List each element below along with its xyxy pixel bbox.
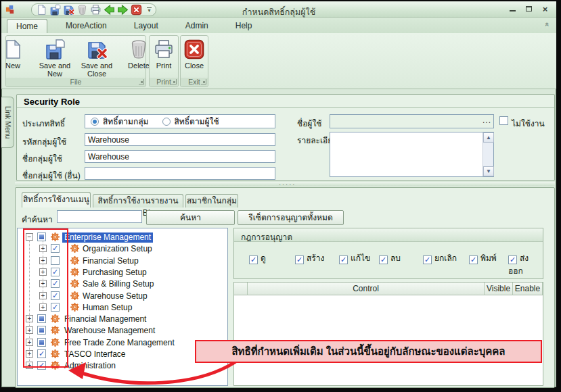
grid-indicator-column[interactable] [234, 283, 248, 295]
expand-icon[interactable]: + [26, 315, 33, 322]
tree-item-label[interactable]: Financial Management [62, 314, 148, 324]
delete-icon[interactable] [76, 4, 88, 16]
reset-permissions-button[interactable]: รีเซ็ตการอนุญาตทั้งหมด [238, 210, 344, 225]
tree-item-label[interactable]: Free Trade Zone Management [62, 338, 177, 348]
group-code-input[interactable] [85, 133, 275, 146]
grid-column-control[interactable]: Control [248, 283, 485, 295]
permission-checkbox-2[interactable] [295, 255, 304, 264]
detail-textarea[interactable]: ▲ ▼ [330, 132, 494, 177]
scroll-up-icon[interactable]: ▲ [483, 132, 494, 143]
minimize-button[interactable] [508, 5, 517, 14]
browse-ellipsis-button[interactable]: ... [483, 116, 491, 125]
print-icon[interactable] [90, 4, 102, 16]
collapse-ribbon-icon[interactable]: « [543, 22, 552, 26]
group-name-input[interactable] [85, 150, 275, 163]
radio-[interactable] [91, 118, 99, 126]
tree-row-purchasing-setup[interactable]: +Purchasing Setup [18, 267, 227, 278]
permission-checkbox-1[interactable] [249, 255, 258, 264]
tree-row-warehouse-setup[interactable]: +Warehouse Setup [18, 291, 227, 302]
ribbon-tab-home[interactable]: Home [7, 19, 47, 33]
group-name-other-input[interactable] [85, 167, 275, 180]
tree-checkbox[interactable] [37, 349, 46, 358]
qat-dropdown-icon[interactable]: ▾ [147, 7, 152, 12]
save-and-close-icon[interactable] [63, 4, 74, 16]
detail-scrollbar[interactable]: ▲ ▼ [483, 132, 493, 176]
expand-icon[interactable]: + [39, 280, 47, 287]
tree-row-financial-management[interactable]: +Financial Management [18, 314, 227, 325]
grid-column-visible[interactable]: Visible [485, 283, 513, 295]
tree-item-label[interactable]: Warehouse Management [62, 326, 157, 336]
tree-checkbox[interactable] [51, 268, 60, 276]
expand-icon[interactable]: + [39, 257, 47, 264]
new-document-icon[interactable] [36, 4, 47, 16]
link-menu-tab[interactable]: Link Menu [1, 97, 14, 148]
ribbon-tab-admin[interactable]: Admin [177, 19, 217, 33]
tree-item-label[interactable]: Organization Setup [81, 244, 154, 254]
search-button[interactable]: ค้นหา [146, 210, 235, 225]
expand-icon[interactable]: + [26, 362, 33, 369]
tree-row-human-setup[interactable]: +Human Setup [18, 302, 227, 314]
tree-item-label[interactable]: Financial Setup [81, 256, 141, 266]
grid-column-enable[interactable]: Enable [513, 283, 543, 295]
tree-checkbox[interactable] [51, 256, 60, 265]
tree-checkbox[interactable] [37, 338, 46, 347]
dialog-launcher-icon[interactable] [201, 79, 206, 84]
close-button[interactable]: Close [173, 36, 215, 77]
forward-icon[interactable] [117, 4, 129, 16]
tree-checkbox[interactable] [37, 314, 46, 323]
save-and-new-button[interactable]: Save and New [34, 36, 76, 77]
tree-item-label[interactable]: Sale & Billing Setup [81, 279, 156, 289]
inactive-checkbox[interactable] [499, 116, 508, 125]
expand-icon[interactable]: + [39, 268, 47, 276]
expand-icon[interactable]: + [39, 303, 47, 311]
expand-icon[interactable]: + [39, 292, 47, 299]
tab-bi[interactable]: สิทธิ์การใช้งานรายงานและ BI [93, 194, 183, 207]
tab-[interactable]: สิทธิ์การใช้งานเมนู [22, 192, 91, 207]
tree-row-financial-setup[interactable]: +Financial Setup [18, 255, 227, 267]
dialog-launcher-icon[interactable] [139, 79, 144, 84]
close-window-icon[interactable] [131, 4, 142, 16]
tree-item-label[interactable]: Purchasing Setup [81, 268, 149, 278]
permission-checkbox-3[interactable] [339, 255, 348, 264]
tree-checkbox[interactable] [51, 279, 60, 288]
permission-checkbox-4[interactable] [379, 255, 388, 264]
tree-item-label[interactable]: Administration [62, 361, 118, 371]
tree-row-enterprise-management[interactable]: −Enterprise Management [18, 232, 227, 243]
expand-icon[interactable]: + [26, 350, 33, 358]
tree-item-label[interactable]: TASCO Interface [62, 349, 127, 360]
expand-icon[interactable]: + [26, 326, 33, 334]
save-and-new-icon[interactable] [49, 4, 61, 16]
tree-item-label[interactable]: Warehouse Setup [81, 291, 150, 301]
permission-checkbox-7[interactable] [508, 255, 517, 264]
permission-checkbox-5[interactable] [423, 255, 432, 264]
dialog-launcher-icon[interactable] [171, 79, 177, 84]
tree-row-sale-billing-setup[interactable]: +Sale & Billing Setup [18, 278, 227, 290]
expand-icon[interactable]: + [39, 245, 47, 252]
tree-row-warehouse-management[interactable]: +Warehouse Management [18, 325, 227, 337]
tree-checkbox[interactable] [51, 303, 60, 312]
tree-checkbox[interactable] [51, 244, 60, 253]
permission-checkbox-6[interactable] [469, 255, 478, 264]
search-input[interactable] [57, 210, 142, 223]
tree-item-label[interactable]: Human Setup [81, 303, 134, 313]
tree-checkbox[interactable] [37, 232, 46, 241]
close-window-button[interactable]: × [541, 5, 549, 14]
tree-checkbox[interactable] [51, 291, 60, 300]
radio-[interactable] [162, 118, 171, 126]
user-name-input[interactable]: ... [330, 114, 494, 128]
save-and-close-button[interactable]: Save and Close [76, 36, 118, 77]
maximize-button[interactable] [524, 5, 533, 14]
scroll-down-icon[interactable]: ▼ [483, 166, 494, 176]
tree-item-label[interactable]: Enterprise Management [62, 232, 153, 243]
ribbon-tab-layout[interactable]: Layout [125, 19, 167, 33]
back-icon[interactable] [104, 4, 115, 16]
splitter-handle[interactable]: ..... [15, 182, 555, 186]
collapse-icon[interactable]: − [26, 233, 33, 241]
ribbon-tab-moreaction[interactable]: MoreAction [57, 19, 116, 33]
tree-checkbox[interactable] [37, 326, 46, 335]
expand-icon[interactable]: + [26, 339, 33, 346]
tab-[interactable]: สมาชิกในกลุ่ม [185, 194, 238, 207]
new-button[interactable]: New [0, 36, 34, 77]
ribbon-tab-help[interactable]: Help [227, 19, 261, 33]
tree-row-organization-setup[interactable]: +Organization Setup [18, 243, 227, 255]
